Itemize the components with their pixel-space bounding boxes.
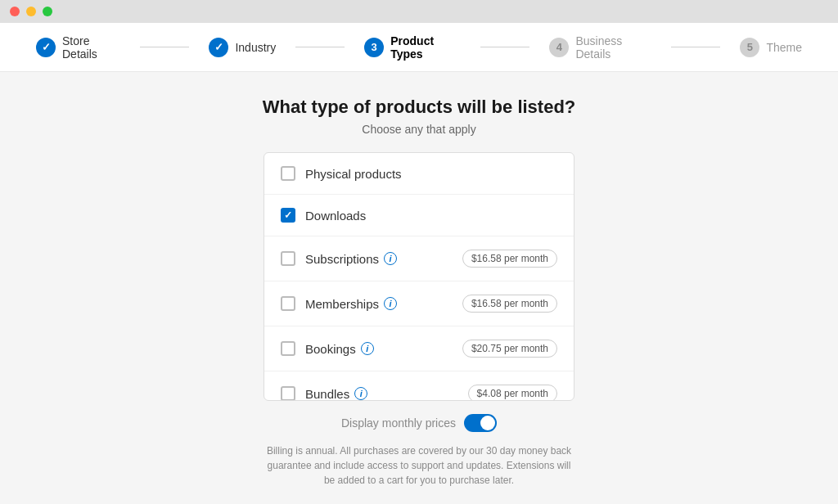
- option-subscriptions[interactable]: Subscriptions i $16.58 per month: [264, 236, 574, 281]
- close-button[interactable]: [10, 7, 20, 16]
- step-divider-2: [295, 47, 345, 47]
- maximize-button[interactable]: [43, 7, 52, 16]
- step-theme[interactable]: 5 Theme: [720, 38, 822, 57]
- step-number-business-details: 4: [549, 38, 569, 57]
- titlebar: [0, 0, 838, 23]
- step-label-store-details: Store Details: [62, 34, 120, 61]
- info-icon-bookings[interactable]: i: [361, 342, 374, 355]
- price-subscriptions: $16.58 per month: [462, 250, 557, 268]
- step-number-store-details: ✓: [36, 38, 56, 57]
- price-bundles: $4.08 per month: [468, 385, 557, 401]
- price-bookings: $20.75 per month: [462, 340, 557, 358]
- minimize-button[interactable]: [26, 7, 36, 16]
- step-label-industry: Industry: [235, 41, 276, 54]
- step-divider-1: [140, 47, 189, 47]
- checkbox-bundles[interactable]: [281, 386, 295, 401]
- billing-notice: Billing is annual. All purchases are cov…: [264, 443, 574, 488]
- info-icon-memberships[interactable]: i: [384, 297, 397, 310]
- info-icon-bundles[interactable]: i: [354, 387, 367, 400]
- option-bookings[interactable]: Bookings i $20.75 per month: [264, 326, 574, 371]
- step-divider-3: [480, 47, 529, 47]
- step-number-theme: 5: [740, 38, 759, 57]
- page-title: What type of products will be listed?: [263, 97, 576, 118]
- checkbox-physical[interactable]: [281, 166, 295, 181]
- option-downloads[interactable]: Downloads: [264, 195, 574, 236]
- product-types-card: Physical products Downloads Subscription…: [264, 152, 574, 401]
- stepper: ✓ Store Details ✓ Industry 3 Product Typ…: [0, 23, 838, 72]
- step-business-details[interactable]: 4 Business Details: [529, 34, 671, 61]
- option-memberships[interactable]: Memberships i $16.58 per month: [264, 281, 574, 326]
- step-industry[interactable]: ✓ Industry: [189, 38, 295, 57]
- monthly-prices-toggle[interactable]: [464, 414, 497, 432]
- checkbox-memberships[interactable]: [281, 296, 295, 311]
- step-label-business-details: Business Details: [575, 34, 651, 61]
- label-bookings: Bookings i: [305, 342, 453, 356]
- checkbox-subscriptions[interactable]: [281, 251, 295, 266]
- label-subscriptions: Subscriptions i: [305, 252, 453, 266]
- checkbox-downloads[interactable]: [281, 208, 295, 223]
- step-number-industry: ✓: [209, 38, 228, 57]
- price-memberships: $16.58 per month: [462, 295, 557, 313]
- monthly-prices-row: Display monthly prices: [341, 414, 497, 432]
- toggle-label: Display monthly prices: [341, 416, 456, 430]
- step-label-theme: Theme: [766, 41, 802, 54]
- page-subtitle: Choose any that apply: [362, 123, 475, 136]
- step-store-details[interactable]: ✓ Store Details: [16, 34, 140, 61]
- checkbox-bookings[interactable]: [281, 341, 295, 356]
- label-downloads: Downloads: [305, 209, 557, 223]
- label-physical: Physical products: [305, 167, 557, 181]
- info-icon-subscriptions[interactable]: i: [384, 252, 397, 265]
- option-bundles[interactable]: Bundles i $4.08 per month: [264, 371, 574, 401]
- label-memberships: Memberships i: [305, 297, 453, 311]
- step-divider-4: [671, 47, 720, 47]
- step-product-types[interactable]: 3 Product Types: [345, 34, 480, 61]
- step-label-product-types: Product Types: [390, 34, 461, 61]
- label-bundles: Bundles i: [305, 387, 458, 401]
- option-physical[interactable]: Physical products: [264, 153, 574, 195]
- step-number-product-types: 3: [364, 38, 384, 57]
- main-content: What type of products will be listed? Ch…: [0, 72, 838, 504]
